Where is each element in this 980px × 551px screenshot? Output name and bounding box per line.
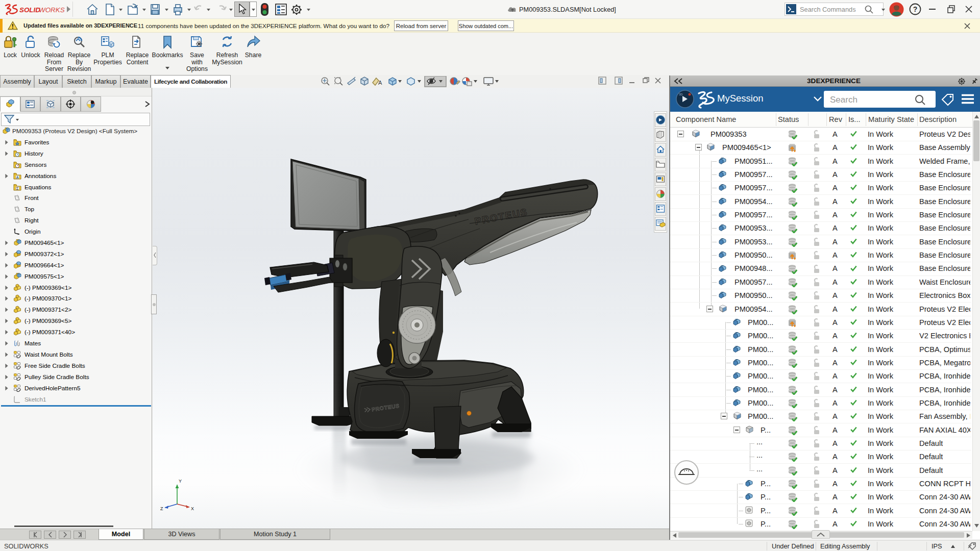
svg-text:Σ: Σ [16,187,18,190]
svg-text:WORKS: WORKS [39,6,65,14]
svg-text:Z: Z [160,506,163,511]
svg-text:SOLID: SOLID [19,6,40,14]
svg-text:A: A [16,176,19,179]
svg-text:Y: Y [179,479,182,484]
svg-text:?: ? [913,5,918,13]
svg-text:3D: 3D [679,93,683,96]
svg-text:A: A [378,80,382,86]
svg-text:X: X [191,506,194,511]
